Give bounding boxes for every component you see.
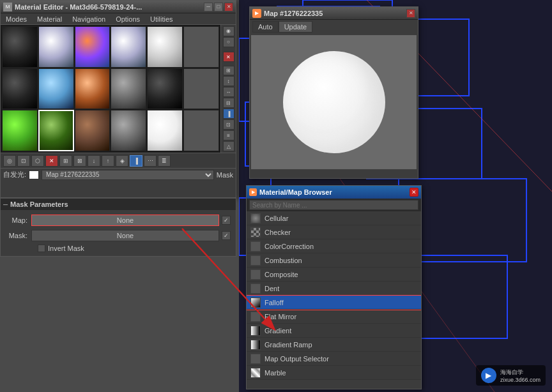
sidebar-btn-8[interactable]: ▐ (223, 109, 234, 119)
sidebar-btn-2[interactable]: ○ (223, 37, 234, 47)
tb-put-btn[interactable]: ↓ (88, 155, 100, 167)
tb-assign-btn[interactable]: ⊡ (17, 155, 30, 167)
map-preview-content (251, 35, 417, 169)
sidebar-btn-6[interactable]: ↔ (223, 87, 234, 97)
mat-slot-2[interactable] (38, 26, 74, 68)
tb-options-btn[interactable]: ≣ (158, 155, 171, 167)
browser-item[interactable]: Dent (247, 282, 421, 296)
menu-options[interactable]: Options (113, 15, 142, 24)
mat-slot-5[interactable] (147, 26, 183, 68)
map-dropdown[interactable]: Map #1276222335 (42, 170, 214, 180)
invert-label: Invert Mask (48, 245, 84, 252)
map-param-check[interactable]: ✓ (222, 216, 231, 225)
item-label-composite: Composite (264, 271, 298, 278)
mask-param-check[interactable]: ✓ (222, 231, 231, 240)
color-swatch[interactable] (29, 170, 39, 179)
sidebar-btn-5[interactable]: ↕ (223, 76, 234, 86)
item-icon-gradient ramp (250, 340, 261, 350)
tb-select-btn[interactable]: ⬡ (31, 155, 44, 167)
browser-item[interactable]: Gradient Ramp (247, 338, 421, 352)
item-label-map output selector: Map Output Selector (264, 355, 329, 363)
tb-paste-btn[interactable]: ⊠ (73, 155, 86, 167)
mat-slot-17[interactable] (147, 110, 183, 151)
mat-slot-12[interactable] (183, 68, 219, 110)
map-preview-window: ▶ Map #1276222335 ✕ Auto Update (249, 6, 418, 179)
mat-slot-4[interactable] (111, 26, 146, 68)
mat-slot-9[interactable] (75, 68, 111, 110)
tb-fetch-btn[interactable]: ↑ (102, 155, 114, 167)
tb-active-btn[interactable]: ▐ (130, 155, 142, 167)
mat-slot-7[interactable] (2, 68, 38, 110)
map-preview-controls: ✕ (406, 9, 415, 18)
menu-modes[interactable]: Modes (3, 15, 29, 24)
invert-checkbox[interactable] (38, 245, 45, 252)
item-label-colorcorrection: ColorCorrection (264, 243, 314, 250)
tb-pick-btn[interactable]: ◎ (3, 155, 16, 167)
menu-material[interactable]: Material (34, 15, 65, 24)
sidebar-btn-7[interactable]: ⊟ (223, 98, 234, 108)
mat-slot-14[interactable] (38, 110, 74, 151)
item-label-cellular: Cellular (264, 215, 288, 222)
watermark-line1: 海海自学 (500, 368, 540, 377)
item-icon-checker (250, 227, 261, 237)
browser-item[interactable]: Flat Mirror (247, 310, 421, 324)
window-title: Material Editor - Mat3d66-579819-24-... (15, 3, 142, 11)
mask-param-label: Mask: (6, 232, 31, 239)
watermark-icon: ▶ (481, 368, 496, 383)
mat-slot-11[interactable] (147, 68, 183, 110)
browser-item[interactable]: Composite (247, 268, 421, 282)
tb-reset-btn[interactable]: ✕ (45, 155, 58, 167)
mat-slot-8[interactable] (38, 68, 74, 110)
browser-item[interactable]: Combustion (247, 253, 421, 268)
item-label-marble: Marble (264, 369, 286, 377)
browser-search-input[interactable] (249, 200, 418, 210)
mat-slot-10[interactable] (111, 68, 146, 110)
sidebar-btn-10[interactable]: ≡ (223, 130, 234, 140)
browser-item[interactable]: Falloff (247, 296, 421, 310)
item-label-gradient: Gradient (264, 327, 291, 335)
mat-slot-6[interactable] (183, 26, 219, 68)
mask-parameters-panel: ─ Mask Parameters Map: ✓ Mask: ✓ Invert … (0, 198, 236, 257)
map-preview-close[interactable]: ✕ (406, 9, 415, 18)
mat-slot-18[interactable] (183, 110, 219, 151)
sidebar-btn-1[interactable]: ◉ (223, 26, 234, 36)
mat-slot-16[interactable] (111, 110, 146, 151)
menu-navigation[interactable]: Navigation (70, 15, 108, 24)
tab-auto[interactable]: Auto (252, 21, 279, 33)
browser-close-button[interactable]: ✕ (410, 188, 418, 197)
browser-item[interactable]: Checker (247, 225, 421, 239)
sidebar-btn-4[interactable]: ⊞ (223, 66, 234, 76)
browser-titlebar: ▶ Material/Map Browser ✕ (247, 186, 421, 199)
browser-item[interactable]: Map Output Selector (247, 352, 421, 366)
mat-slot-15[interactable] (75, 110, 111, 151)
map-param-input[interactable] (31, 215, 219, 226)
close-button[interactable]: ✕ (224, 3, 233, 11)
item-icon-gradient (250, 326, 261, 336)
sidebar-btn-11[interactable]: △ (223, 141, 234, 151)
map-browser-window: ▶ Material/Map Browser ✕ CellularChecker… (246, 185, 422, 389)
browser-search-bar (247, 199, 421, 211)
browser-item[interactable]: ColorCorrection (247, 239, 421, 253)
tab-update[interactable]: Update (279, 21, 312, 33)
browser-item[interactable]: Gradient (247, 324, 421, 338)
item-icon-composite (250, 269, 261, 280)
tb-delete-btn[interactable]: ⋯ (144, 155, 157, 167)
menu-utilities[interactable]: Utilities (148, 15, 175, 24)
mat-slot-13[interactable] (2, 110, 38, 151)
sidebar-btn-9[interactable]: ⊡ (223, 119, 234, 130)
invert-row: Invert Mask (6, 245, 231, 252)
mat-slot-3[interactable] (75, 26, 111, 68)
window-controls: ─ □ ✕ (204, 3, 233, 11)
mask-param-input[interactable] (31, 230, 219, 241)
tb-unique-btn[interactable]: ◈ (116, 155, 128, 167)
sidebar-btn-3[interactable]: ✕ (223, 52, 234, 62)
material-sidebar: ◉ ○ ✕ ⊞ ↕ ↔ ⊟ ▐ ⊡ ≡ △ (220, 25, 236, 153)
map-preview-title: Map #1276222335 (264, 10, 323, 17)
tb-copy-btn[interactable]: ⊞ (59, 155, 72, 167)
browser-item[interactable]: Cellular (247, 211, 421, 225)
maximize-button[interactable]: □ (214, 3, 223, 11)
panel-toggle[interactable]: ─ (3, 201, 8, 208)
mat-slot-1[interactable] (2, 26, 38, 68)
browser-item[interactable]: Marble (247, 366, 421, 380)
minimize-button[interactable]: ─ (204, 3, 213, 11)
